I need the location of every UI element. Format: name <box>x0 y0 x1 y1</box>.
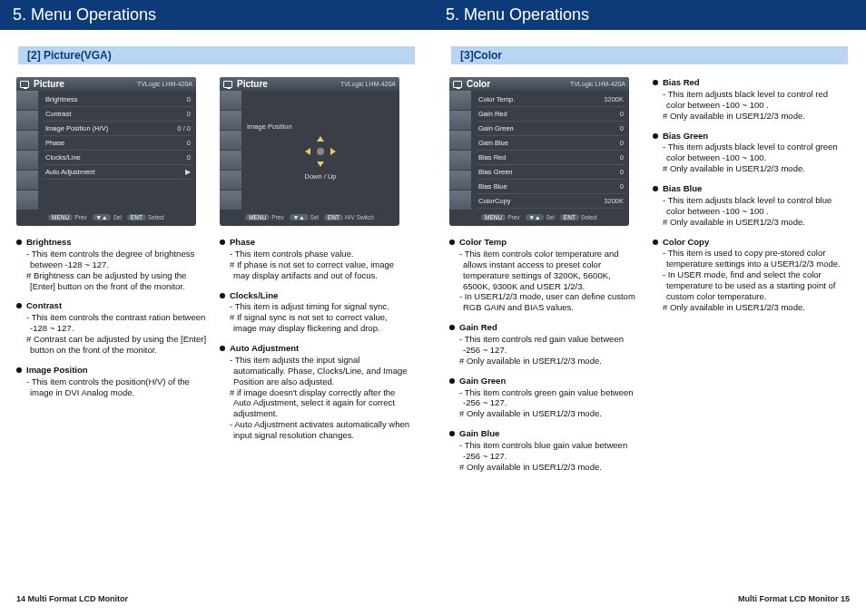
osd-icon <box>220 151 241 171</box>
item-name: Auto Adjustment <box>230 343 299 354</box>
item-name: Bias Red <box>663 77 700 88</box>
item-line: # Only available in USER1/2/3 mode. <box>459 408 640 419</box>
osd-icon <box>220 131 241 151</box>
description-item: Bias Blue- This item adjusts black level… <box>653 183 843 228</box>
osd-row: Auto Adjustment▶ <box>44 165 192 180</box>
item-name: Image Position <box>26 365 88 376</box>
description-item: Bias Red- This item adjusts black level … <box>653 77 843 122</box>
osd-icon <box>16 151 38 171</box>
item-line: # Only available in USER1/2/3 mode. <box>663 302 843 313</box>
item-line: - In USER1/2/3 mode, user can define cus… <box>459 291 640 313</box>
osd-icon <box>16 91 38 111</box>
bullet-icon <box>653 80 658 85</box>
monitor-icon <box>20 81 29 88</box>
page-title: 5. Menu Operations <box>433 0 866 30</box>
item-name: Gain Red <box>459 322 497 333</box>
osd-header: Color TVLogic LHM-420A <box>449 77 629 91</box>
item-name: Clocks/Line <box>230 290 278 301</box>
col-left-2: Picture TVLogic LHM-420A Image Positi <box>220 77 410 450</box>
osd-row: Contrast0 <box>44 107 192 122</box>
osd-row: Bias Green0 <box>477 165 625 180</box>
osd-title: Picture <box>34 79 64 89</box>
description-item: Brightness- This item controls the degre… <box>16 237 207 291</box>
description-item: Color Temp- This item controls color tem… <box>449 237 640 313</box>
item-line: # if image doesn't display correctly aft… <box>230 387 410 420</box>
osd-title: Picture <box>237 79 268 89</box>
osd-row: Phase0 <box>44 136 192 151</box>
osd-icon <box>16 111 38 131</box>
osd-icon <box>449 111 471 131</box>
osd-picture-nav: Picture TVLogic LHM-420A Image Positi <box>220 77 399 226</box>
col-left-1: Picture TVLogic LHM-420A Brightness0Cont… <box>16 77 207 450</box>
item-line: - This item adjusts black level to contr… <box>663 195 843 217</box>
bullet-icon <box>16 367 22 373</box>
osd-nav-hint: Down / Up <box>304 172 336 181</box>
monitor-icon <box>453 81 462 88</box>
osd-icon <box>220 191 241 210</box>
osd-row: Gain Green0 <box>477 122 625 136</box>
osd-title: Color <box>467 79 490 89</box>
bullet-icon <box>653 133 658 139</box>
item-line: - This item adjusts black level to contr… <box>663 89 843 111</box>
osd-row: ColorCopy3200K <box>477 194 625 209</box>
content-left: Picture TVLogic LHM-420A Brightness0Cont… <box>0 77 433 450</box>
description-item: Gain Red- This item controls red gain va… <box>449 322 640 367</box>
description-item: Auto Adjustment- This item adjusts the i… <box>220 343 410 441</box>
page-title: 5. Menu Operations <box>0 0 433 30</box>
description-item: Phase- This item controls phase value. #… <box>220 237 410 281</box>
bullet-icon <box>220 346 225 351</box>
osd-icon <box>16 131 38 151</box>
item-line: # Contrast can be adjusted by using the … <box>26 334 207 356</box>
osd-footer: MENUPrev ▼▲Sel ENTSelect <box>449 210 629 226</box>
item-line: - This item is used to copy pre-stored c… <box>663 248 843 269</box>
item-line: # If phase is not set to correct value, … <box>230 259 410 281</box>
osd-sidebar-icons <box>449 91 471 210</box>
item-line: - This item controls blue gain value bet… <box>459 440 640 462</box>
page-right: 5. Menu Operations [3]Color Color TVLogi… <box>433 0 866 616</box>
item-line: - This item controls the contrast ration… <box>26 312 207 334</box>
page-footer-left: 14 Multi Format LCD Monitor <box>16 594 128 603</box>
bullet-icon <box>220 240 225 245</box>
osd-icon <box>16 191 38 210</box>
description-item: Contrast- This item controls the contras… <box>16 300 207 355</box>
item-name: Gain Green <box>459 376 506 386</box>
osd-row: Bias Red0 <box>477 151 625 165</box>
osd-row: Bias Blue0 <box>477 180 625 194</box>
description-item: Bias Green- This item adjusts black leve… <box>653 131 843 175</box>
osd-brand: TVLogic LHM-420A <box>570 81 625 87</box>
item-line: - This item controls phase value. <box>230 249 410 259</box>
osd-icon <box>220 91 241 111</box>
osd-dpad-icon <box>305 136 336 167</box>
osd-nav-label: Image Position <box>241 122 292 131</box>
description-item: Image Position- This item controls the p… <box>16 365 207 398</box>
page-footer-right: Multi Format LCD Monitor 15 <box>738 594 850 603</box>
col-right-1: Color TVLogic LHM-420A Color Temp.3200KG… <box>449 77 640 482</box>
osd-sidebar-icons <box>220 91 241 210</box>
osd-footer: MENUPrev ▼▲Sel ENTSelect <box>16 210 196 226</box>
osd-icon <box>449 131 471 151</box>
bullet-icon <box>653 240 658 245</box>
osd-header: Picture TVLogic LHM-420A <box>16 77 196 91</box>
osd-row: Clocks/Line0 <box>44 151 192 165</box>
section-header-picture: [2] Picture(VGA) <box>18 46 415 64</box>
bullet-icon <box>449 431 455 436</box>
item-line: # If signal sync is not set to correct v… <box>230 312 410 334</box>
item-line: - This item controls the position(H/V) o… <box>26 376 207 398</box>
item-name: Bias Blue <box>663 183 702 194</box>
item-line: - Auto Adjustment activates automaticall… <box>230 419 410 441</box>
osd-header: Picture TVLogic LHM-420A <box>220 77 399 91</box>
osd-row: Color Temp.3200K <box>477 93 625 107</box>
bullet-icon <box>449 240 455 245</box>
bullet-icon <box>16 240 22 245</box>
osd-footer: MENUPrev ▼▲Sel ENTH/V Switch <box>220 210 399 226</box>
osd-row: Image Position (H/V)0 / 0 <box>44 122 192 136</box>
col-right-2: Bias Red- This item adjusts black level … <box>653 77 843 482</box>
content-right: Color TVLogic LHM-420A Color Temp.3200KG… <box>433 77 866 482</box>
item-line: # Only available in USER1/2/3 mode. <box>663 111 843 122</box>
item-line: - In USER mode, find and select the colo… <box>663 269 843 302</box>
monitor-icon <box>223 81 232 88</box>
osd-brand: TVLogic LHM-420A <box>340 81 396 87</box>
osd-icon <box>449 91 471 111</box>
item-line: - This item controls the degree of brigh… <box>26 249 207 270</box>
page-left: 5. Menu Operations [2] Picture(VGA) Pict… <box>0 0 433 616</box>
